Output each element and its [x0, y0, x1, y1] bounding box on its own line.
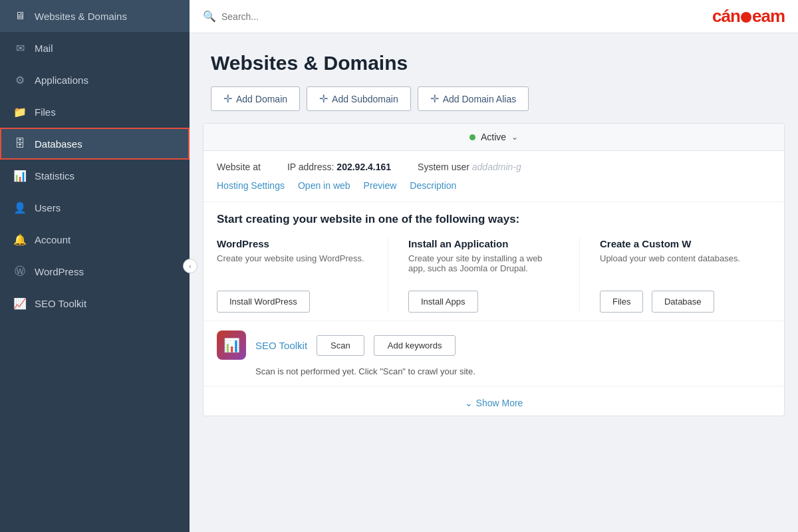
applications-icon: ⚙	[13, 73, 27, 86]
sidebar-item-websites-domains[interactable]: 🖥 Websites & Domains	[0, 0, 190, 32]
install-apps-button[interactable]: Install Apps	[408, 291, 478, 313]
start-creating-section: Start creating your website in one of th…	[203, 201, 784, 321]
sidebar-item-mail[interactable]: ✉ Mail	[0, 32, 190, 64]
main-area: 🔍 cáneam Websites & Domains ✛ Add Domain…	[190, 0, 798, 532]
chevron-down-show-icon: ⌄	[465, 398, 473, 408]
topbar: 🔍 cáneam	[190, 0, 798, 33]
databases-icon: 🗄	[13, 137, 27, 150]
statistics-icon: 📊	[13, 169, 27, 182]
install-app-desc: Create your site by installing a web app…	[408, 253, 559, 280]
hosting-settings-link[interactable]: Hosting Settings	[217, 180, 285, 191]
seo-toolkit-link[interactable]: SEO Toolkit	[255, 340, 307, 351]
sidebar-item-label-seo-toolkit: SEO Toolkit	[35, 298, 86, 309]
search-icon: 🔍	[203, 10, 216, 23]
custom-option: Create a Custom W Upload your web conten…	[579, 238, 771, 313]
sidebar-item-label-wordpress: WordPress	[35, 266, 84, 277]
seo-toolkit-icon: 📈	[13, 297, 27, 310]
wordpress-option-desc: Create your website using WordPress.	[217, 253, 368, 280]
show-more-row: ⌄ Show More	[203, 386, 784, 416]
sidebar-collapse-button[interactable]: ‹	[183, 259, 198, 273]
sidebar-item-files[interactable]: 📁 Files	[0, 96, 190, 128]
sidebar-item-label-applications: Applications	[35, 74, 88, 86]
custom-option-desc: Upload your web content databases.	[600, 253, 751, 280]
custom-option-title: Create a Custom W	[600, 238, 751, 249]
system-user-info: System user addadmin-g	[418, 162, 521, 172]
install-app-title: Install an Application	[408, 238, 559, 249]
scan-button[interactable]: Scan	[317, 335, 364, 356]
sidebar-item-statistics[interactable]: 📊 Statistics	[0, 160, 190, 192]
plus-icon: ✛	[223, 92, 232, 105]
seo-description: Scan is not performed yet. Click "Scan" …	[217, 366, 771, 376]
search-input[interactable]	[221, 11, 354, 22]
domain-links: Hosting Settings Open in web Preview Des…	[203, 175, 784, 201]
sidebar-item-databases[interactable]: 🗄 Databases	[0, 128, 190, 160]
domain-info-row: Website at IP address: 202.92.4.161 Syst…	[203, 151, 784, 175]
plus-icon-3: ✛	[430, 92, 439, 105]
ip-value: 202.92.4.161	[336, 162, 391, 172]
page-title: Websites & Domains	[211, 52, 777, 74]
domain-card-header: Active ⌄	[203, 124, 784, 151]
sidebar-item-seo-toolkit[interactable]: 📈 SEO Toolkit	[0, 287, 190, 319]
active-status-dot	[469, 134, 475, 140]
preview-link[interactable]: Preview	[364, 180, 397, 191]
add-domain-alias-button[interactable]: ✛ Add Domain Alias	[418, 86, 529, 111]
install-app-option: Install an Application Create your site …	[388, 238, 579, 313]
sidebar-item-account[interactable]: 🔔 Account	[0, 223, 190, 255]
description-link[interactable]: Description	[410, 180, 456, 191]
sidebar-item-label-users: Users	[35, 202, 61, 213]
active-status-label: Active	[481, 132, 506, 142]
options-row: WordPress Create your website using Word…	[217, 238, 771, 313]
mail-icon: ✉	[13, 41, 27, 55]
users-icon: 👤	[13, 201, 27, 214]
wordpress-icon: Ⓦ	[13, 265, 27, 278]
add-subdomain-button[interactable]: ✛ Add Subdomain	[307, 86, 411, 111]
website-at-label: Website at	[217, 162, 261, 172]
sidebar-item-wordpress[interactable]: Ⓦ WordPress	[0, 255, 190, 287]
sidebar-item-applications[interactable]: ⚙ Applications	[0, 64, 190, 96]
plus-icon-2: ✛	[319, 92, 328, 105]
seo-row: 📊 SEO Toolkit Scan Add keywords	[217, 331, 771, 360]
websites-domains-icon: 🖥	[13, 9, 27, 23]
sidebar-item-users[interactable]: 👤 Users	[0, 192, 190, 223]
install-wordpress-button[interactable]: Install WordPress	[217, 291, 310, 313]
domain-card: Active ⌄ Website at IP address: 202.92.4…	[203, 123, 785, 416]
sidebar-item-label-websites-domains: Websites & Domains	[35, 11, 127, 22]
wordpress-option: WordPress Create your website using Word…	[217, 238, 388, 313]
search-wrap: 🔍	[203, 10, 354, 23]
files-icon: 📁	[13, 105, 27, 118]
sidebar: 🖥 Websites & Domains ✉ Mail ⚙ Applicatio…	[0, 0, 190, 532]
show-more-link[interactable]: ⌄ Show More	[465, 398, 523, 408]
sidebar-item-label-databases: Databases	[35, 138, 82, 150]
wordpress-option-title: WordPress	[217, 238, 368, 249]
start-creating-title: Start creating your website in one of th…	[217, 213, 771, 226]
sidebar-item-label-files: Files	[35, 106, 56, 118]
logo: cáneam	[712, 6, 785, 27]
action-bar: ✛ Add Domain ✛ Add Subdomain ✛ Add Domai…	[190, 86, 798, 123]
sidebar-item-label-mail: Mail	[35, 43, 53, 54]
seo-toolkit-icon: 📊	[217, 331, 246, 360]
add-keywords-button[interactable]: Add keywords	[374, 335, 456, 356]
sidebar-item-label-statistics: Statistics	[35, 170, 74, 182]
sidebar-item-label-account: Account	[35, 234, 70, 245]
open-in-web-link[interactable]: Open in web	[298, 180, 350, 191]
ip-info: IP address: 202.92.4.161	[287, 162, 391, 172]
account-icon: 🔔	[13, 233, 27, 246]
files-button[interactable]: Files	[600, 291, 643, 313]
database-button[interactable]: Database	[652, 291, 714, 313]
page-header: Websites & Domains	[190, 33, 798, 86]
seo-section: 📊 SEO Toolkit Scan Add keywords Scan is …	[203, 321, 784, 386]
add-domain-button[interactable]: ✛ Add Domain	[211, 86, 300, 111]
page-content: Websites & Domains ✛ Add Domain ✛ Add Su…	[190, 33, 798, 532]
system-user-value: addadmin-g	[472, 162, 521, 172]
chevron-down-icon[interactable]: ⌄	[511, 132, 518, 142]
